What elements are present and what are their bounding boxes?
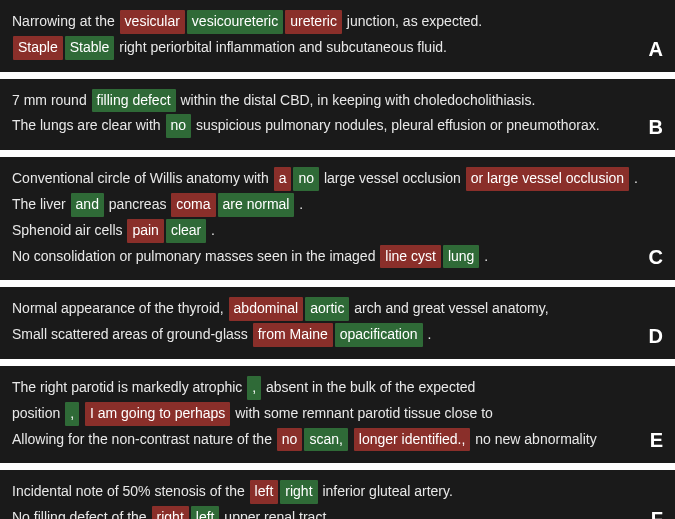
deleted-token: vesicular bbox=[120, 10, 185, 34]
panel-label: E bbox=[650, 423, 663, 457]
deleted-token: I am going to perhaps bbox=[85, 402, 230, 426]
text-token: Allowing for the non-contrast nature of … bbox=[12, 431, 276, 447]
deleted-token: pain bbox=[127, 219, 163, 243]
text-token: arch and great vessel anatomy, bbox=[350, 300, 548, 316]
text-token: junction, as expected. bbox=[343, 13, 482, 29]
inserted-token: vesicoureteric bbox=[187, 10, 283, 34]
text-token: The lungs are clear with bbox=[12, 117, 165, 133]
panel: 7 mm round filling defect within the dis… bbox=[0, 79, 675, 151]
text-line: StapleStable right periorbital inflammat… bbox=[12, 36, 663, 60]
text-line: Sphenoid air cells painclear . bbox=[12, 219, 663, 243]
text-token bbox=[349, 431, 353, 447]
panel-label: A bbox=[649, 32, 663, 66]
deleted-token: line cyst bbox=[380, 245, 441, 269]
text-line: Narrowing at the vesicularvesicoureteric… bbox=[12, 10, 663, 34]
panel-label: D bbox=[649, 319, 663, 353]
inserted-token: Stable bbox=[65, 36, 115, 60]
deleted-token: left bbox=[250, 480, 279, 504]
text-token: . bbox=[207, 222, 215, 238]
inserted-token: scan, bbox=[304, 428, 347, 452]
inserted-token: clear bbox=[166, 219, 206, 243]
text-token: Narrowing at the bbox=[12, 13, 119, 29]
text-token: No consolidation or pulmonary masses see… bbox=[12, 248, 379, 264]
text-token: inferior gluteal artery. bbox=[319, 483, 453, 499]
text-token: The liver bbox=[12, 196, 70, 212]
panel: Narrowing at the vesicularvesicoureteric… bbox=[0, 0, 675, 72]
text-line: Normal appearance of the thyroid, abdomi… bbox=[12, 297, 663, 321]
deleted-token: or large vessel occlusion bbox=[466, 167, 629, 191]
text-line: position , I am going to perhaps with so… bbox=[12, 402, 663, 426]
deleted-token: a bbox=[274, 167, 292, 191]
panel: The right parotid is markedly atrophic ,… bbox=[0, 366, 675, 463]
deleted-token: abdominal bbox=[229, 297, 304, 321]
inserted-token: and bbox=[71, 193, 104, 217]
text-token: . bbox=[424, 326, 432, 342]
text-line: Incidental note of 50% stenosis of the l… bbox=[12, 480, 663, 504]
inserted-token: left bbox=[191, 506, 220, 519]
inserted-token: filling defect bbox=[92, 89, 176, 113]
text-line: 7 mm round filling defect within the dis… bbox=[12, 89, 663, 113]
inserted-token: lung bbox=[443, 245, 479, 269]
text-token: absent in the bulk of the expected bbox=[262, 379, 475, 395]
deleted-token: coma bbox=[171, 193, 215, 217]
text-token: position bbox=[12, 405, 64, 421]
panel: Normal appearance of the thyroid, abdomi… bbox=[0, 287, 675, 359]
inserted-token: right bbox=[280, 480, 317, 504]
panels-container: Narrowing at the vesicularvesicoureteric… bbox=[0, 0, 675, 519]
text-token: pancreas bbox=[105, 196, 170, 212]
text-line: Small scattered areas of ground-glass fr… bbox=[12, 323, 663, 347]
inserted-token: opacification bbox=[335, 323, 423, 347]
text-token: The right parotid is markedly atrophic bbox=[12, 379, 246, 395]
inserted-token: , bbox=[247, 376, 261, 400]
text-line: The lungs are clear with no suspicious p… bbox=[12, 114, 663, 138]
deleted-token: longer identified., bbox=[354, 428, 471, 452]
panel-label: B bbox=[649, 110, 663, 144]
panel-label: C bbox=[649, 240, 663, 274]
text-line: Conventional circle of Willis anatomy wi… bbox=[12, 167, 663, 191]
panel: Incidental note of 50% stenosis of the l… bbox=[0, 470, 675, 519]
text-token: upper renal tract. bbox=[220, 509, 330, 519]
deleted-token: from Maine bbox=[253, 323, 333, 347]
text-token: Normal appearance of the thyroid, bbox=[12, 300, 228, 316]
text-line: No filling defect of the rightleft upper… bbox=[12, 506, 663, 519]
text-token: No filling defect of the bbox=[12, 509, 151, 519]
text-token: with some remnant parotid tissue close t… bbox=[231, 405, 492, 421]
text-token: Sphenoid air cells bbox=[12, 222, 126, 238]
inserted-token: aortic bbox=[305, 297, 349, 321]
text-token: Conventional circle of Willis anatomy wi… bbox=[12, 170, 273, 186]
text-token: within the distal CBD, in keeping with c… bbox=[177, 92, 536, 108]
inserted-token: no bbox=[166, 114, 192, 138]
text-line: No consolidation or pulmonary masses see… bbox=[12, 245, 663, 269]
text-token: Incidental note of 50% stenosis of the bbox=[12, 483, 249, 499]
text-token: . bbox=[480, 248, 488, 264]
text-token: 7 mm round bbox=[12, 92, 91, 108]
text-token: suspicious pulmonary nodules, pleural ef… bbox=[192, 117, 600, 133]
deleted-token: Staple bbox=[13, 36, 63, 60]
text-token: . bbox=[295, 196, 303, 212]
text-line: The right parotid is markedly atrophic ,… bbox=[12, 376, 663, 400]
text-token: . bbox=[630, 170, 638, 186]
inserted-token: , bbox=[65, 402, 79, 426]
inserted-token: no bbox=[293, 167, 319, 191]
deleted-token: no bbox=[277, 428, 303, 452]
text-line: Allowing for the non-contrast nature of … bbox=[12, 428, 663, 452]
text-token bbox=[80, 405, 84, 421]
text-token: Small scattered areas of ground-glass bbox=[12, 326, 252, 342]
text-line: The liver and pancreas comaare normal . bbox=[12, 193, 663, 217]
panel-label: F bbox=[651, 502, 663, 519]
text-token: no new abnormality bbox=[471, 431, 596, 447]
text-token: right periorbital inflammation and subcu… bbox=[115, 39, 447, 55]
panel: Conventional circle of Willis anatomy wi… bbox=[0, 157, 675, 280]
text-token: large vessel occlusion bbox=[320, 170, 465, 186]
inserted-token: are normal bbox=[218, 193, 295, 217]
deleted-token: ureteric bbox=[285, 10, 342, 34]
deleted-token: right bbox=[152, 506, 189, 519]
